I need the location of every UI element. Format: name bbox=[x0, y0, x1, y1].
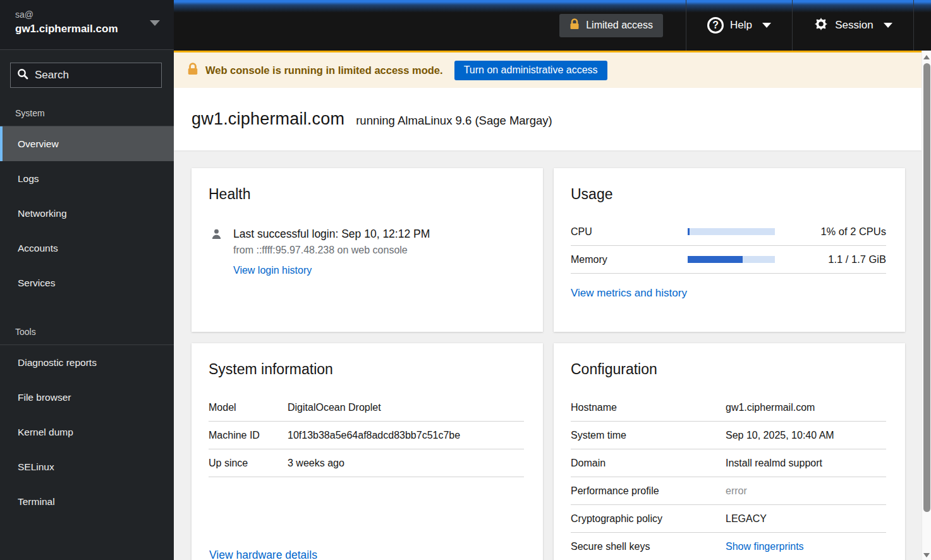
table-row: Up since 3 weeks ago bbox=[209, 449, 524, 477]
performance-profile-value: error bbox=[726, 485, 747, 497]
memory-usage-value: 1.1 / 1.7 GiB bbox=[828, 253, 886, 265]
masthead: Limited access ? Help Session bbox=[174, 0, 931, 51]
chevron-down-icon bbox=[884, 23, 892, 28]
sidebar-item-networking[interactable]: Networking bbox=[0, 196, 174, 231]
crypto-policy-value: LEGACY bbox=[726, 513, 767, 525]
configuration-table: Hostname gw1.ciphermail.com System time … bbox=[571, 394, 886, 560]
sidebar-item-accounts[interactable]: Accounts bbox=[0, 231, 174, 265]
scrollbar-thumb[interactable] bbox=[923, 63, 930, 512]
usage-card: Usage CPU 1% of 2 CPUs Memory 1.1 / 1.7 … bbox=[554, 168, 905, 332]
table-row: Domain Install realmd support bbox=[571, 449, 886, 477]
table-row: Performance profile error bbox=[571, 477, 886, 505]
sidebar-item-logs[interactable]: Logs bbox=[0, 161, 174, 196]
masthead-spacer bbox=[914, 0, 931, 51]
help-icon: ? bbox=[707, 17, 724, 33]
host-user: sa@ bbox=[15, 9, 161, 20]
scroll-down-arrow-icon[interactable] bbox=[923, 553, 930, 557]
last-login-text: Last successful login: Sep 10, 12:12 PM bbox=[233, 226, 430, 241]
nav-section-tools: Tools Diagnostic reports File browser Ke… bbox=[0, 315, 174, 519]
lock-icon bbox=[569, 18, 580, 32]
nav-section-system: System Overview Logs Networking Accounts… bbox=[0, 97, 174, 300]
configuration-card: Configuration Hostname gw1.ciphermail.co… bbox=[554, 343, 905, 560]
nav-section-system-title: System bbox=[0, 97, 174, 126]
turn-on-admin-access-button[interactable]: Turn on administrative access bbox=[454, 61, 607, 80]
health-body: Last successful login: Sep 10, 12:12 PM … bbox=[209, 226, 524, 276]
cpu-label: CPU bbox=[571, 226, 688, 238]
sidebar-item-services[interactable]: Services bbox=[0, 265, 174, 300]
system-information-title: System information bbox=[209, 360, 524, 379]
last-login-detail: from ::ffff:95.97.48.238 on web console bbox=[233, 243, 430, 257]
table-row: Hostname gw1.ciphermail.com bbox=[571, 394, 886, 422]
banner-message: Web console is running in limited access… bbox=[205, 64, 443, 76]
table-row: Model DigitalOcean Droplet bbox=[209, 394, 524, 422]
session-menu[interactable]: Session bbox=[792, 0, 914, 51]
cpu-progress-bar bbox=[688, 228, 775, 235]
sidebar-item-terminal[interactable]: Terminal bbox=[0, 484, 174, 519]
gear-icon bbox=[813, 16, 829, 35]
system-information-table: Model DigitalOcean Droplet Machine ID 10… bbox=[209, 394, 524, 477]
sidebar-item-kernel-dump[interactable]: Kernel dump bbox=[0, 415, 174, 449]
show-fingerprints-link[interactable]: Show fingerprints bbox=[726, 541, 804, 552]
chevron-down-icon bbox=[762, 23, 771, 28]
user-icon bbox=[210, 228, 222, 276]
hostname-value: gw1.ciphermail.com bbox=[726, 402, 815, 413]
memory-usage-row: Memory 1.1 / 1.7 GiB bbox=[571, 246, 886, 274]
main-content: Web console is running in limited access… bbox=[174, 51, 922, 560]
nav-section-tools-title: Tools bbox=[0, 315, 174, 344]
table-row: Secure shell keys Show fingerprints bbox=[571, 533, 886, 560]
usage-table: CPU 1% of 2 CPUs Memory 1.1 / 1.7 GiB bbox=[571, 218, 886, 274]
scroll-up-arrow-icon[interactable] bbox=[923, 55, 930, 59]
view-login-history-link[interactable]: View login history bbox=[233, 265, 312, 276]
page-os-subtitle: running AlmaLinux 9.6 (Sage Margay) bbox=[356, 114, 552, 128]
limited-access-button[interactable]: Limited access bbox=[559, 14, 663, 37]
health-card: Health Last successful login: Sep 10, 12… bbox=[192, 168, 543, 332]
system-time-value: Sep 10, 2025, 10:40 AM bbox=[726, 430, 834, 441]
help-menu[interactable]: ? Help bbox=[686, 0, 792, 51]
view-hardware-details-link[interactable]: View hardware details bbox=[209, 549, 317, 560]
health-card-title: Health bbox=[209, 185, 524, 204]
sidebar-item-diagnostic-reports[interactable]: Diagnostic reports bbox=[0, 345, 174, 380]
page-header: gw1.ciphermail.com running AlmaLinux 9.6… bbox=[174, 88, 922, 150]
domain-value: Install realmd support bbox=[726, 458, 822, 469]
sidebar-item-overview[interactable]: Overview bbox=[0, 126, 174, 161]
memory-label: Memory bbox=[571, 254, 688, 265]
view-metrics-link[interactable]: View metrics and history bbox=[571, 287, 687, 300]
cards-grid: Health Last successful login: Sep 10, 12… bbox=[174, 150, 922, 560]
configuration-title: Configuration bbox=[571, 360, 886, 379]
host-name: gw1.ciphermail.com bbox=[15, 21, 161, 37]
cpu-usage-value: 1% of 2 CPUs bbox=[820, 226, 886, 238]
chevron-down-icon bbox=[150, 20, 160, 26]
search-input[interactable] bbox=[35, 69, 155, 82]
memory-progress-bar bbox=[688, 256, 775, 263]
lock-icon bbox=[187, 63, 198, 78]
search-icon bbox=[17, 68, 28, 82]
sidebar-item-selinux[interactable]: SELinux bbox=[0, 449, 174, 484]
cpu-usage-row: CPU 1% of 2 CPUs bbox=[571, 218, 886, 246]
sidebar: sa@ gw1.ciphermail.com System Overview L… bbox=[0, 0, 174, 560]
host-selector[interactable]: sa@ gw1.ciphermail.com bbox=[0, 0, 174, 50]
table-row: Cryptographic policy LEGACY bbox=[571, 505, 886, 533]
search-box[interactable] bbox=[10, 63, 162, 88]
system-information-card: System information Model DigitalOcean Dr… bbox=[192, 343, 543, 560]
limited-access-banner: Web console is running in limited access… bbox=[174, 51, 922, 88]
usage-card-title: Usage bbox=[571, 185, 886, 204]
vertical-scrollbar[interactable] bbox=[922, 51, 931, 560]
table-row: System time Sep 10, 2025, 10:40 AM bbox=[571, 422, 886, 449]
sidebar-item-file-browser[interactable]: File browser bbox=[0, 380, 174, 415]
page-title: gw1.ciphermail.com bbox=[192, 109, 344, 129]
table-row: Machine ID 10f13b38a5e64af8adcd83bb7c51c… bbox=[209, 422, 524, 449]
